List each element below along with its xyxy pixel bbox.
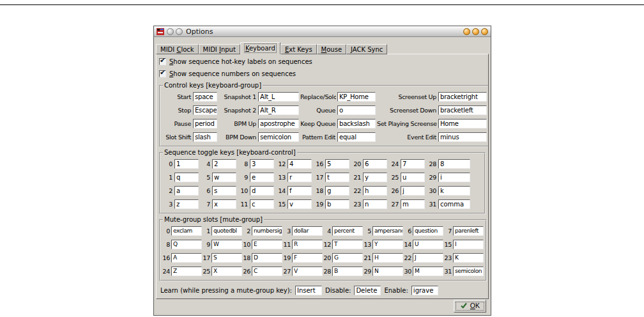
mute-entry-2[interactable]: numbersign bbox=[252, 226, 282, 236]
tab-midi-clock[interactable]: MIDI Clock bbox=[156, 44, 199, 54]
tab-midi-input[interactable]: MIDI Input bbox=[199, 44, 240, 54]
toggle-entry-20[interactable]: 6 bbox=[363, 159, 387, 169]
window-menu-button[interactable] bbox=[167, 28, 174, 35]
mute-entry-3[interactable]: dollar bbox=[292, 226, 323, 236]
toggle-entry-28[interactable]: 8 bbox=[438, 159, 470, 169]
control-entry-event-edit[interactable]: minus bbox=[438, 132, 487, 142]
toggle-entry-8[interactable]: 3 bbox=[250, 159, 274, 169]
control-entry-start[interactable]: space bbox=[193, 92, 217, 102]
mute-entry-7[interactable]: parenleft bbox=[453, 226, 484, 236]
mute-entry-8[interactable]: Q bbox=[171, 240, 202, 249]
mute-entry-24[interactable]: Z bbox=[171, 267, 202, 276]
mute-entry-11[interactable]: R bbox=[292, 240, 323, 249]
mute-entry-4[interactable]: percent bbox=[332, 226, 363, 236]
toggle-entry-5[interactable]: w bbox=[212, 173, 236, 182]
mute-entry-16[interactable]: A bbox=[171, 253, 202, 263]
minimize-button[interactable] bbox=[463, 28, 470, 35]
mute-entry-27[interactable]: V bbox=[292, 267, 323, 276]
mute-entry-23[interactable]: K bbox=[453, 253, 484, 263]
tab-jack-sync[interactable]: JACK Sync bbox=[346, 44, 387, 54]
mute-entry-20[interactable]: G bbox=[332, 253, 363, 263]
tab-ext-keys[interactable]: Ext Keys bbox=[280, 44, 317, 54]
mute-entry-15[interactable]: I bbox=[453, 240, 484, 249]
toggle-entry-2[interactable]: a bbox=[174, 186, 199, 196]
toggle-entry-3[interactable]: z bbox=[174, 199, 199, 209]
toggle-entry-15[interactable]: v bbox=[288, 199, 312, 209]
toggle-entry-31[interactable]: comma bbox=[438, 199, 470, 209]
checkbox[interactable]: ✔ bbox=[159, 58, 166, 65]
toggle-entry-11[interactable]: c bbox=[250, 199, 274, 209]
control-entry-snapshot-1[interactable]: Alt_L bbox=[258, 92, 299, 102]
checkbox-row-1[interactable]: ✔Show sequence numbers on sequences bbox=[159, 68, 486, 80]
toggle-entry-24[interactable]: 7 bbox=[401, 159, 425, 169]
toggle-entry-25[interactable]: u bbox=[401, 173, 425, 182]
toggle-entry-14[interactable]: f bbox=[288, 186, 312, 196]
tab-keyboard[interactable]: Keyboard bbox=[240, 42, 280, 54]
control-entry-stop[interactable]: Escape bbox=[193, 105, 217, 115]
control-entry-slot-shift[interactable]: slash bbox=[193, 132, 217, 142]
control-entry-pause[interactable]: period bbox=[193, 119, 217, 128]
close-button[interactable] bbox=[481, 28, 488, 35]
mute-entry-28[interactable]: B bbox=[332, 267, 363, 276]
toggle-entry-6[interactable]: s bbox=[212, 186, 236, 196]
control-entry-snapshot-2[interactable]: Alt_R bbox=[258, 105, 299, 115]
control-entry-replace-solo[interactable]: KP_Home bbox=[337, 92, 376, 102]
toggle-entry-9[interactable]: e bbox=[250, 173, 274, 182]
mute-entry-18[interactable]: D bbox=[252, 253, 282, 263]
mute-entry-30[interactable]: M bbox=[413, 267, 443, 276]
control-entry-keep-queue[interactable]: backslash bbox=[337, 119, 376, 128]
mute-entry-31[interactable]: semicolon bbox=[453, 267, 484, 276]
toggle-entry-29[interactable]: i bbox=[438, 173, 470, 182]
toggle-entry-13[interactable]: r bbox=[288, 173, 312, 182]
mute-entry-14[interactable]: U bbox=[413, 240, 443, 249]
toggle-entry-10[interactable]: d bbox=[250, 186, 274, 196]
window-sticky-button[interactable] bbox=[176, 28, 183, 35]
mute-entry-0[interactable]: exclam bbox=[171, 226, 202, 236]
mute-entry-9[interactable]: W bbox=[211, 240, 242, 249]
toggle-entry-17[interactable]: t bbox=[325, 173, 349, 182]
tab-mouse[interactable]: Mouse bbox=[317, 44, 346, 54]
checkbox-row-0[interactable]: ✔Show sequence hot-key labels on sequenc… bbox=[159, 56, 486, 68]
titlebar[interactable]: Options bbox=[154, 26, 491, 37]
mute-entry-29[interactable]: N bbox=[372, 267, 403, 276]
mute-entry-5[interactable]: ampersand bbox=[372, 226, 403, 236]
ok-button[interactable]: OK bbox=[454, 300, 486, 313]
toggle-entry-4[interactable]: 2 bbox=[212, 159, 236, 169]
mute-entry-26[interactable]: C bbox=[252, 267, 282, 276]
mute-entry-6[interactable]: question bbox=[413, 226, 443, 236]
mute-entry-12[interactable]: T bbox=[332, 240, 363, 249]
toggle-entry-0[interactable]: 1 bbox=[174, 159, 199, 169]
toggle-entry-23[interactable]: n bbox=[363, 199, 387, 209]
checkbox[interactable]: ✔ bbox=[159, 70, 166, 77]
toggle-entry-18[interactable]: g bbox=[325, 186, 349, 196]
control-entry-bpm-down[interactable]: semicolon bbox=[258, 132, 299, 142]
control-entry-screenset-up[interactable]: bracketright bbox=[438, 92, 487, 102]
toggle-entry-26[interactable]: j bbox=[401, 186, 425, 196]
window-icon[interactable] bbox=[157, 27, 165, 36]
toggle-entry-22[interactable]: h bbox=[363, 186, 387, 196]
toggle-entry-21[interactable]: y bbox=[363, 173, 387, 182]
mute-entry-13[interactable]: Y bbox=[372, 240, 403, 249]
control-entry-screenset-down[interactable]: bracketleft bbox=[438, 105, 487, 115]
toggle-entry-16[interactable]: 5 bbox=[325, 159, 349, 169]
toggle-entry-30[interactable]: k bbox=[438, 186, 470, 196]
learn-key-entry[interactable]: Insert bbox=[295, 286, 322, 295]
toggle-entry-19[interactable]: b bbox=[325, 199, 349, 209]
mute-entry-17[interactable]: S bbox=[211, 253, 242, 263]
toggle-entry-1[interactable]: q bbox=[174, 173, 199, 182]
toggle-entry-7[interactable]: x bbox=[212, 199, 236, 209]
toggle-entry-12[interactable]: 4 bbox=[288, 159, 312, 169]
mute-entry-25[interactable]: X bbox=[211, 267, 242, 276]
control-entry-pattern-edit[interactable]: equal bbox=[337, 132, 376, 142]
maximize-button[interactable] bbox=[472, 28, 479, 35]
enable-key-entry[interactable]: igrave bbox=[411, 286, 438, 295]
toggle-entry-27[interactable]: m bbox=[401, 199, 425, 209]
control-entry-queue[interactable]: o bbox=[337, 105, 376, 115]
mute-entry-10[interactable]: E bbox=[252, 240, 282, 249]
disable-key-entry[interactable]: Delete bbox=[354, 286, 381, 295]
mute-entry-1[interactable]: quotedbl bbox=[211, 226, 242, 236]
control-entry-set-playing-screenset[interactable]: Home bbox=[438, 119, 487, 128]
mute-entry-19[interactable]: F bbox=[292, 253, 323, 263]
mute-entry-22[interactable]: J bbox=[413, 253, 443, 263]
mute-entry-21[interactable]: H bbox=[372, 253, 403, 263]
